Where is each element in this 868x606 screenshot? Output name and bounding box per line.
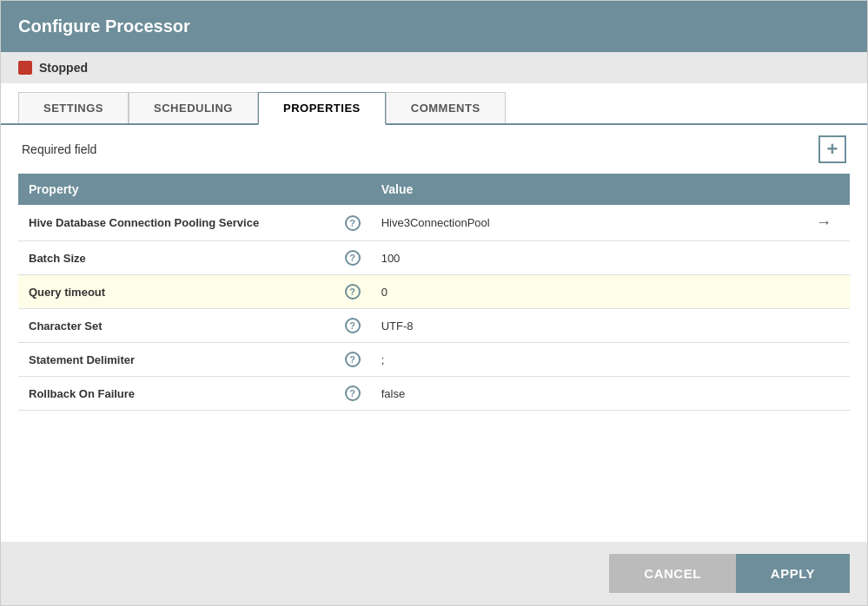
col-value: Value bbox=[371, 174, 798, 205]
configure-processor-dialog: Configure Processor Stopped SETTINGS SCH… bbox=[0, 0, 868, 606]
help-cell: ? bbox=[335, 309, 371, 343]
table-row: Rollback On Failure?false bbox=[18, 377, 850, 411]
property-value-cell: Hive3ConnectionPool bbox=[371, 205, 798, 241]
property-name-cell: Character Set bbox=[18, 309, 335, 343]
content-area: Required field + Property Value bbox=[1, 125, 867, 542]
action-cell bbox=[798, 343, 850, 377]
table-row: Hive Database Connection Pooling Service… bbox=[18, 205, 850, 241]
col-property: Property bbox=[18, 174, 335, 205]
col-action bbox=[798, 174, 850, 205]
navigate-arrow-icon[interactable]: → bbox=[816, 214, 832, 231]
help-icon[interactable]: ? bbox=[345, 215, 361, 231]
property-name-cell: Query timeout bbox=[18, 275, 335, 309]
help-cell: ? bbox=[335, 343, 371, 377]
required-field-row: Required field + bbox=[18, 125, 850, 174]
action-cell bbox=[798, 309, 850, 343]
status-indicator bbox=[18, 61, 32, 75]
property-value-cell: UTF-8 bbox=[371, 309, 798, 343]
apply-button[interactable]: APPLY bbox=[736, 554, 850, 593]
property-name-cell: Batch Size bbox=[18, 241, 335, 275]
property-name-cell: Rollback On Failure bbox=[18, 377, 335, 411]
help-cell: ? bbox=[335, 275, 371, 309]
table-row: Batch Size?100 bbox=[18, 241, 850, 275]
add-property-button[interactable]: + bbox=[818, 135, 846, 163]
table-row: Query timeout?0 bbox=[18, 275, 850, 309]
help-icon[interactable]: ? bbox=[345, 385, 361, 401]
tab-settings[interactable]: SETTINGS bbox=[18, 92, 129, 123]
col-help bbox=[335, 174, 371, 205]
cancel-button[interactable]: CANCEL bbox=[609, 554, 736, 593]
property-value-cell: 0 bbox=[371, 275, 798, 309]
action-cell bbox=[798, 377, 850, 411]
properties-table: Property Value Hive Database Connection … bbox=[18, 174, 850, 411]
action-cell: → bbox=[798, 205, 850, 241]
help-cell: ? bbox=[335, 241, 371, 275]
status-bar: Stopped bbox=[1, 52, 867, 83]
help-icon[interactable]: ? bbox=[345, 284, 361, 300]
property-name-cell: Hive Database Connection Pooling Service bbox=[18, 205, 335, 241]
dialog-header: Configure Processor bbox=[1, 1, 867, 52]
property-name-cell: Statement Delimiter bbox=[18, 343, 335, 377]
status-label: Stopped bbox=[39, 61, 88, 75]
table-row: Character Set?UTF-8 bbox=[18, 309, 850, 343]
table-header-row: Property Value bbox=[18, 174, 850, 205]
help-cell: ? bbox=[335, 205, 371, 241]
tab-scheduling[interactable]: SCHEDULING bbox=[129, 92, 258, 123]
help-icon[interactable]: ? bbox=[345, 250, 361, 266]
footer: CANCEL APPLY bbox=[1, 542, 867, 605]
property-value-cell: ; bbox=[371, 343, 798, 377]
tab-properties[interactable]: PROPERTIES bbox=[258, 92, 386, 125]
table-row: Statement Delimiter?; bbox=[18, 343, 850, 377]
required-field-label: Required field bbox=[22, 142, 96, 156]
action-cell bbox=[798, 275, 850, 309]
dialog-title: Configure Processor bbox=[18, 16, 190, 36]
property-value-cell: 100 bbox=[371, 241, 798, 275]
action-cell bbox=[798, 241, 850, 275]
help-cell: ? bbox=[335, 377, 371, 411]
help-icon[interactable]: ? bbox=[345, 352, 361, 367]
tab-comments[interactable]: COMMENTS bbox=[386, 92, 506, 123]
tabs-bar: SETTINGS SCHEDULING PROPERTIES COMMENTS bbox=[1, 92, 867, 125]
property-value-cell: false bbox=[371, 377, 798, 411]
help-icon[interactable]: ? bbox=[345, 318, 361, 333]
